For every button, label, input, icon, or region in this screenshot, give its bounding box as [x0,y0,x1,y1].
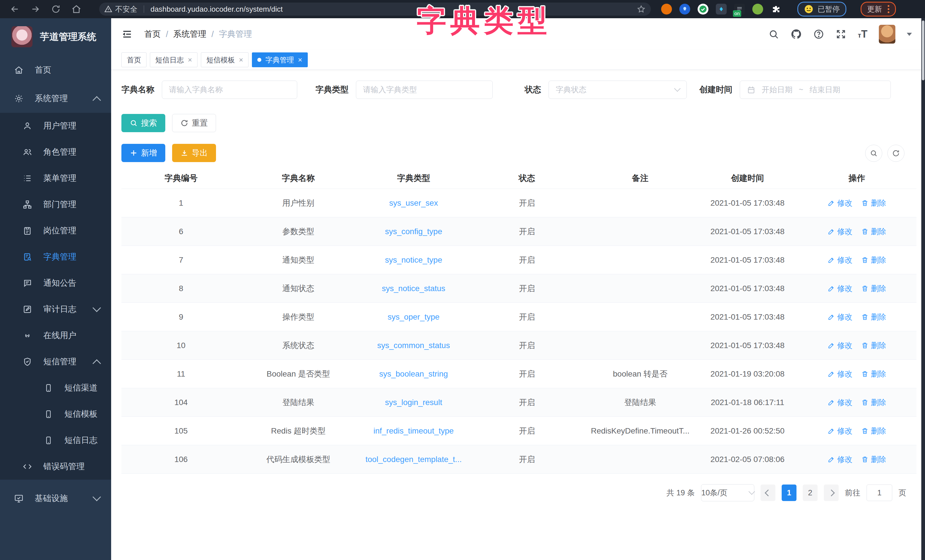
edit-link[interactable]: 修改 [827,226,853,237]
sidebar-item-online-users[interactable]: 在线用户 [0,322,111,349]
sidebar-item-home[interactable]: 首页 [0,56,111,84]
sidebar-item-infrastructure[interactable]: 基础设施 [0,484,111,513]
browser-menu-icon[interactable] [888,5,889,13]
delete-link[interactable]: 删除 [861,312,886,322]
browser-reload-icon[interactable] [50,3,62,15]
breadcrumb-home[interactable]: 首页 [144,29,161,40]
delete-link[interactable]: 删除 [861,198,886,208]
show-search-button[interactable] [865,145,882,162]
github-icon[interactable] [791,29,802,40]
edit-link[interactable]: 修改 [827,397,853,408]
browser-home-icon[interactable] [71,3,82,15]
dict-type-link[interactable]: sys_user_sex [389,199,438,207]
scrollbar-thumb[interactable] [922,21,924,80]
next-page-button[interactable] [824,485,839,501]
sidebar-item-audit-log[interactable]: 审计日志 [0,296,111,322]
url-bar[interactable]: 不安全 dashboard.yudao.iocoder.cn/system/di… [99,3,651,16]
page-size-select[interactable]: 10条/页 [701,484,754,501]
dict-name-input[interactable]: 请输入字典名称 [162,81,297,99]
sidebar-item-menus[interactable]: 菜单管理 [0,165,111,191]
sidebar-item-dictionary[interactable]: 字典管理 [0,244,111,270]
app-logo[interactable]: 芋道管理系统 [0,18,111,56]
sidebar-item-posts[interactable]: 岗位管理 [0,218,111,244]
page-1-button[interactable]: 1 [782,485,797,501]
not-secure-warning[interactable]: 不安全 [104,4,137,14]
window-scrollbar[interactable] [921,18,925,560]
extension-green-check-icon[interactable] [698,4,708,15]
dict-type-input[interactable]: 请输入字典类型 [356,81,493,99]
delete-link[interactable]: 删除 [861,454,886,465]
sidebar-item-sms-template[interactable]: 短信模板 [0,401,111,427]
add-button[interactable]: 新增 [121,144,165,162]
delete-link[interactable]: 删除 [861,369,886,379]
delete-link[interactable]: 删除 [861,340,886,351]
edit-link[interactable]: 修改 [827,369,853,379]
close-icon[interactable]: × [188,56,192,65]
extension-diamond-icon[interactable] [716,4,727,15]
delete-link[interactable]: 删除 [861,426,886,436]
dict-type-link[interactable]: sys_boolean_string [379,369,448,378]
edit-link[interactable]: 修改 [827,426,853,436]
tab-dictionary[interactable]: 字典管理 × [252,53,307,67]
dict-type-link[interactable]: sys_config_type [385,227,442,236]
search-icon[interactable] [768,29,779,39]
close-icon[interactable]: × [239,56,243,65]
sidebar-item-users[interactable]: 用户管理 [0,113,111,139]
sidebar-item-roles[interactable]: 角色管理 [0,139,111,165]
extension-lamp-icon[interactable] [679,4,690,15]
tab-sms-template[interactable]: 短信模板 × [201,53,249,67]
edit-link[interactable]: 修改 [827,454,853,465]
sidebar-item-system[interactable]: 系统管理 [0,84,111,113]
status-select[interactable]: 字典状态 [548,81,687,99]
fullscreen-icon[interactable] [836,29,846,39]
sidebar-item-sms-log[interactable]: 短信日志 [0,427,111,453]
url-text[interactable]: dashboard.yudao.iocoder.cn/system/dict [151,5,283,14]
sidebar-item-announcements[interactable]: 通知公告 [0,270,111,296]
extension-on-icon[interactable]: on [734,4,745,15]
bookmark-star-icon[interactable] [637,5,646,14]
font-size-icon[interactable]: тT [858,28,868,40]
goto-page-input[interactable]: 1 [866,485,892,501]
edit-link[interactable]: 修改 [827,198,853,208]
dict-type-link[interactable]: inf_redis_timeout_type [373,426,453,435]
extension-orange-icon[interactable] [661,4,672,15]
tab-home[interactable]: 首页 [121,53,146,67]
sidebar-item-sms[interactable]: 短信管理 [0,349,111,375]
sidebar-item-sms-channel[interactable]: 短信渠道 [0,375,111,401]
tab-sms-log[interactable]: 短信日志 × [150,53,197,67]
sidebar-fold-icon[interactable] [121,29,133,40]
delete-link[interactable]: 删除 [861,226,886,237]
dict-type-link[interactable]: sys_oper_type [387,313,440,321]
sidebar-item-error-codes[interactable]: 错误码管理 [0,453,111,480]
breadcrumb-parent[interactable]: 系统管理 [173,29,206,40]
dict-type-link[interactable]: tool_codegen_template_t... [365,455,462,464]
edit-link[interactable]: 修改 [827,312,853,322]
extensions-puzzle-icon[interactable] [771,4,781,15]
close-icon[interactable]: × [298,56,302,65]
help-icon[interactable] [813,29,824,39]
user-avatar[interactable] [879,25,895,44]
delete-link[interactable]: 删除 [861,283,886,294]
page-2-button[interactable]: 2 [803,485,818,501]
update-browser-pill[interactable]: 更新 [860,2,896,17]
browser-forward-icon[interactable] [30,3,41,15]
date-range-picker[interactable]: 开始日期 ~ 结束日期 [740,81,891,99]
browser-back-icon[interactable] [9,3,21,15]
dict-type-link[interactable]: sys_notice_type [385,256,442,264]
refresh-table-button[interactable] [887,145,904,162]
user-menu-caret-icon[interactable] [907,33,912,36]
delete-link[interactable]: 删除 [861,255,886,265]
dict-type-link[interactable]: sys_common_status [377,341,450,350]
edit-link[interactable]: 修改 [827,255,853,265]
profile-paused-pill[interactable]: 已暂停 [797,2,846,17]
search-button[interactable]: 搜索 [121,114,165,132]
prev-page-button[interactable] [761,485,775,501]
extension-green-icon[interactable] [752,4,763,15]
edit-link[interactable]: 修改 [827,340,853,351]
sidebar-item-departments[interactable]: 部门管理 [0,191,111,218]
dict-type-link[interactable]: sys_notice_status [382,284,445,293]
export-button[interactable]: 导出 [172,144,216,162]
reset-button[interactable]: 重置 [172,114,216,132]
delete-link[interactable]: 删除 [861,397,886,408]
dict-type-link[interactable]: sys_login_result [385,398,442,407]
